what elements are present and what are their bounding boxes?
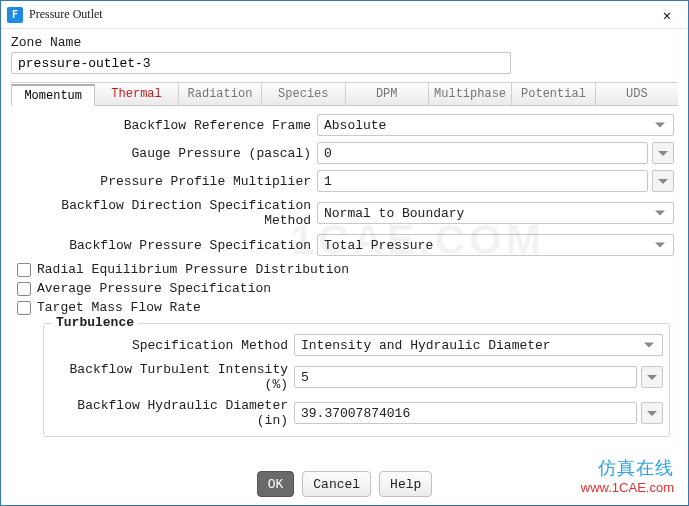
turb-intensity-label: Backflow Turbulent Intensity (%) <box>50 362 294 392</box>
chevron-down-icon <box>655 211 665 216</box>
turb-intensity-options[interactable] <box>641 366 663 388</box>
tab-species[interactable]: Species <box>262 83 345 105</box>
turb-hd-value: 39.37007874016 <box>301 406 410 421</box>
avg-label: Average Pressure Specification <box>37 281 271 296</box>
bps-value: Total Pressure <box>324 238 433 253</box>
ppm-input[interactable]: 1 <box>317 170 648 192</box>
chevron-down-icon <box>644 343 654 348</box>
gauge-pressure-label: Gauge Pressure (pascal) <box>15 146 317 161</box>
chevron-down-icon <box>655 243 665 248</box>
chevron-down-icon <box>647 411 657 416</box>
tab-thermal[interactable]: Thermal <box>95 83 178 105</box>
tab-multiphase[interactable]: Multiphase <box>429 83 512 105</box>
chevron-down-icon <box>647 375 657 380</box>
tab-dpm[interactable]: DPM <box>346 83 429 105</box>
app-icon: F <box>7 7 23 23</box>
chevron-down-icon <box>658 151 668 156</box>
cancel-button[interactable]: Cancel <box>302 471 371 497</box>
chevron-down-icon <box>658 179 668 184</box>
tab-potential[interactable]: Potential <box>512 83 595 105</box>
ok-button[interactable]: OK <box>257 471 295 497</box>
bps-label: Backflow Pressure Specification <box>15 238 317 253</box>
tab-radiation[interactable]: Radiation <box>179 83 262 105</box>
turb-spec-label: Specification Method <box>50 338 294 353</box>
dir-spec-select[interactable]: Normal to Boundary <box>317 202 674 224</box>
tab-bar: Momentum Thermal Radiation Species DPM M… <box>11 82 678 106</box>
chevron-down-icon <box>655 123 665 128</box>
window-title: Pressure Outlet <box>29 7 652 22</box>
radial-checkbox[interactable] <box>17 263 31 277</box>
tab-momentum[interactable]: Momentum <box>11 84 95 106</box>
tab-uds[interactable]: UDS <box>596 83 678 105</box>
zone-name-input[interactable] <box>11 52 511 74</box>
ppm-label: Pressure Profile Multiplier <box>15 174 317 189</box>
avg-checkbox[interactable] <box>17 282 31 296</box>
turbulence-title: Turbulence <box>52 315 138 330</box>
ppm-value: 1 <box>324 174 332 189</box>
turb-spec-value: Intensity and Hydraulic Diameter <box>301 338 551 353</box>
ppm-options[interactable] <box>652 170 674 192</box>
dir-spec-value: Normal to Boundary <box>324 206 464 221</box>
zone-name-label: Zone Name <box>11 35 678 50</box>
target-checkbox[interactable] <box>17 301 31 315</box>
ref-frame-value: Absolute <box>324 118 386 133</box>
gauge-pressure-options[interactable] <box>652 142 674 164</box>
gauge-pressure-value: 0 <box>324 146 332 161</box>
help-button[interactable]: Help <box>379 471 432 497</box>
turbulence-group: Turbulence Specification Method Intensit… <box>43 323 670 437</box>
turb-intensity-input[interactable]: 5 <box>294 366 637 388</box>
radial-label: Radial Equilibrium Pressure Distribution <box>37 262 349 277</box>
turb-intensity-value: 5 <box>301 370 309 385</box>
turb-hd-input[interactable]: 39.37007874016 <box>294 402 637 424</box>
target-label: Target Mass Flow Rate <box>37 300 201 315</box>
turb-hd-options[interactable] <box>641 402 663 424</box>
turb-spec-select[interactable]: Intensity and Hydraulic Diameter <box>294 334 663 356</box>
ref-frame-select[interactable]: Absolute <box>317 114 674 136</box>
ref-frame-label: Backflow Reference Frame <box>15 118 317 133</box>
gauge-pressure-input[interactable]: 0 <box>317 142 648 164</box>
bps-select[interactable]: Total Pressure <box>317 234 674 256</box>
titlebar: F Pressure Outlet ✕ <box>1 1 688 29</box>
close-button[interactable]: ✕ <box>652 7 682 23</box>
dir-spec-label: Backflow Direction Specification Method <box>15 198 317 228</box>
turb-hd-label: Backflow Hydraulic Diameter (in) <box>50 398 294 428</box>
